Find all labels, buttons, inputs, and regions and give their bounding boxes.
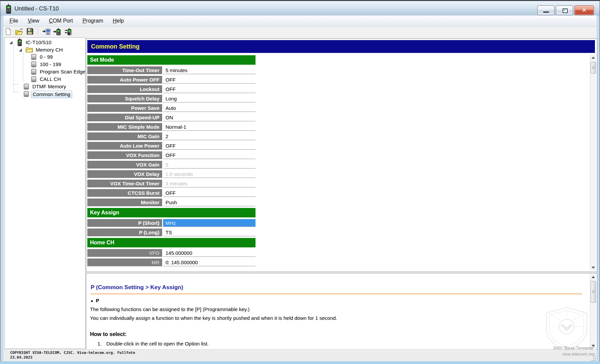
radio-compare-button[interactable]: ? [64, 27, 72, 36]
menu-item-program[interactable]: Program [79, 16, 107, 26]
menu-item-help[interactable]: Help [109, 16, 128, 26]
tree-item-label: CALL CH [38, 76, 62, 83]
field-label: MIC Simple Mode [87, 123, 162, 131]
maximize-button[interactable] [556, 5, 573, 15]
table-row: Dial Speed-UPON [87, 114, 256, 121]
step-text: Double-click in the cell to open the Opt… [107, 341, 209, 346]
field-value[interactable]: 5 minutes [163, 66, 256, 74]
field-value-selected[interactable]: MHz [163, 219, 256, 227]
open-file-button[interactable] [14, 27, 23, 36]
field-value[interactable]: TS [163, 229, 256, 236]
scroll-up-button[interactable] [590, 274, 596, 280]
minimize-button[interactable] [537, 5, 554, 15]
field-label: MR [87, 259, 162, 266]
tree-item-label: DTMF Memory [31, 83, 67, 90]
triangle-down-icon [592, 267, 595, 269]
field-label: P (Long) [87, 229, 162, 236]
title-bar[interactable]: Untitled - CS-T10 ✕ [0, 0, 600, 16]
field-value[interactable]: ON [163, 114, 256, 121]
field-value[interactable]: OFF [163, 189, 256, 197]
field-value[interactable]: Long [163, 95, 256, 102]
tree-item-label-selected: Common Setting [31, 91, 72, 98]
bullet-icon: ● [91, 299, 93, 303]
table-row: Time-Out Timer5 minutes [87, 66, 256, 74]
scroll-thumb[interactable] [591, 281, 596, 303]
tree-item-100-199[interactable]: 100 - 199 [31, 61, 62, 68]
tree-connector [23, 52, 23, 82]
memory-sheet-icon [31, 54, 36, 62]
save-file-button[interactable] [26, 27, 34, 36]
menu-item-com-port[interactable]: COM Port [45, 16, 77, 26]
write-to-radio-button[interactable] [53, 27, 61, 36]
tree-item-label: 0 - 99 [38, 54, 54, 60]
help-paragraph: You can individually assign a function t… [90, 315, 337, 321]
svg-text:?: ? [69, 31, 72, 35]
tree-item-dtmf-memory[interactable]: DTMF Memory [24, 83, 67, 90]
field-value[interactable]: OFF [163, 142, 256, 150]
field-label: Squelch Delay [87, 95, 162, 102]
content-area: IC-T10/S10 Memory CH 0 - 99 100 - 1 [3, 36, 597, 349]
field-value[interactable]: Auto [163, 104, 256, 112]
table-row: VOX Gain5 [87, 161, 256, 169]
table-row: Auto Low PowerOFF [87, 142, 256, 150]
copyright-watermark-text: COPYRIGHT VIVA-TELECOM, CJSC. Viva-telec… [10, 351, 135, 360]
tree-connector [13, 84, 19, 85]
tree-item-memory-ch[interactable]: Memory CH [19, 47, 64, 53]
memory-sheet-icon [24, 84, 29, 91]
restore-icon [563, 8, 568, 13]
table-row: LockoutOFF [87, 85, 256, 93]
minimize-icon [543, 11, 549, 13]
field-value-disabled: 5 [163, 161, 256, 169]
close-button[interactable]: ✕ [574, 5, 594, 15]
radio-compare-icon: ? [64, 28, 72, 35]
resize-grip[interactable] [591, 356, 596, 361]
field-label: VFO [87, 249, 162, 257]
help-panel-scrollbar[interactable] [590, 274, 596, 349]
tree-item-common-setting[interactable]: Common Setting [24, 91, 72, 97]
scroll-thumb[interactable] [591, 62, 596, 73]
tree-item-radio-model[interactable]: IC-T10/S10 [9, 39, 53, 46]
field-value[interactable]: Normal-1 [163, 123, 256, 131]
field-label: Dial Speed-UP [87, 114, 162, 121]
scroll-up-button[interactable] [590, 55, 596, 61]
tree-expander-icon[interactable] [19, 49, 22, 52]
menu-item-view[interactable]: View [24, 16, 43, 26]
field-label: VOX Function [87, 151, 162, 159]
menu-item-file[interactable]: File [5, 16, 22, 26]
tree-item-label: 100 - 199 [38, 61, 62, 68]
field-label: Auto Power OFF [87, 76, 162, 84]
scroll-down-button[interactable] [590, 343, 596, 349]
field-value[interactable]: Push [163, 199, 256, 206]
help-title-rule [91, 294, 582, 294]
scroll-down-button[interactable] [590, 265, 596, 271]
field-value[interactable]: OFF [163, 151, 256, 159]
help-how-to-select: How to select: [90, 331, 126, 337]
section-header-home-ch: Home CH [87, 238, 256, 247]
tree-item-label: Program Scan Edge [38, 68, 87, 75]
new-document-button[interactable] [4, 27, 12, 36]
application-window: Untitled - CS-T10 ✕ File View COM Port P… [0, 0, 600, 364]
tree-connector [13, 92, 19, 92]
table-row: P (Long)TS [87, 229, 256, 236]
field-value[interactable]: 145.000000 [163, 249, 256, 257]
tree-item-program-scan-edge[interactable]: Program Scan Edge [31, 68, 87, 75]
tree-item-call-ch[interactable]: CALL CH [31, 76, 62, 83]
write-to-pc-button[interactable] [42, 27, 51, 36]
tree-item-0-99[interactable]: 0 - 99 [31, 54, 54, 60]
field-label: Auto Low Power [87, 142, 162, 150]
field-value[interactable]: OFF [163, 85, 256, 93]
section-header-set-mode: Set Mode [87, 55, 256, 65]
thumb-grip-icon [592, 291, 595, 293]
field-value[interactable]: OFF [163, 76, 256, 84]
field-label: MIC Gain [87, 132, 162, 140]
field-label: VOX Gain [87, 161, 162, 169]
folder-icon [26, 47, 33, 54]
save-file-icon [27, 28, 33, 35]
field-value[interactable]: 0: 145.000000 [163, 259, 256, 266]
help-bullet-line: ●P [91, 298, 99, 303]
write-to-radio-icon [53, 28, 61, 35]
tree-expander-icon[interactable] [9, 41, 12, 44]
table-row: MR0: 145.000000 [87, 259, 256, 266]
field-value[interactable]: 2 [163, 132, 256, 140]
top-panel-scrollbar[interactable] [590, 55, 596, 271]
